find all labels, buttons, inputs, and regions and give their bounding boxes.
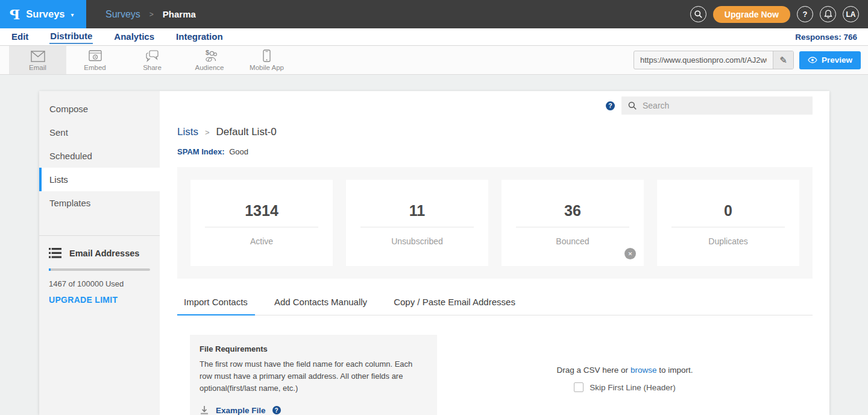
upgrade-now-button[interactable]: Upgrade Now	[713, 6, 790, 23]
edit-url-button[interactable]: ✎	[773, 51, 793, 69]
preview-button-label: Preview	[822, 55, 852, 65]
list-breadcrumb: Lists > Default List-0	[177, 126, 813, 138]
browse-link[interactable]: browse	[631, 366, 657, 375]
tab-import-contacts[interactable]: Import Contacts	[184, 297, 248, 315]
file-requirements-box: File Requirements The first row must hav…	[190, 335, 437, 415]
envelope-icon	[31, 49, 45, 62]
file-requirements-title: File Requirements	[200, 344, 427, 353]
current-list-name: Default List-0	[216, 126, 277, 138]
usage-text: 1467 of 100000 Used	[49, 279, 150, 288]
toolbar-item-mobile-app[interactable]: Mobile App	[238, 46, 295, 74]
toolbar-item-label: Share	[143, 64, 162, 71]
survey-url-area: ✎ Preview	[634, 46, 868, 74]
email-sidebar: Compose Sent Scheduled Lists Templates E…	[39, 91, 160, 415]
sidebar-item-lists[interactable]: Lists	[39, 168, 160, 191]
drop-instruction: Drag a CSV here or browse to import.	[557, 366, 693, 375]
mobile-phone-icon	[263, 49, 271, 62]
search-button[interactable]	[690, 6, 706, 22]
upgrade-limit-link[interactable]: UPGRADE LIMIT	[49, 295, 150, 305]
csv-drop-zone[interactable]: Drag a CSV here or browse to import. Ski…	[437, 335, 813, 415]
sidebar-item-sent[interactable]: Sent	[39, 121, 160, 144]
toolbar-item-email[interactable]: Email	[9, 46, 66, 74]
stat-value: 36	[564, 202, 581, 220]
stat-divider	[360, 227, 474, 227]
import-contacts-panel: File Requirements The first row must hav…	[177, 335, 813, 415]
skip-first-line-checkbox[interactable]	[574, 382, 583, 392]
tab-edit[interactable]: Edit	[11, 30, 29, 43]
stat-divider	[205, 227, 318, 227]
survey-nav: Edit Distribute Analytics Integration Re…	[0, 28, 868, 46]
notifications-button[interactable]	[820, 6, 836, 22]
tab-copy-paste-email-addresses[interactable]: Copy / Paste Email Addresses	[394, 297, 515, 315]
responses-count[interactable]: Responses: 766	[795, 33, 857, 42]
tab-integration[interactable]: Integration	[175, 30, 224, 43]
toolbar-item-share[interactable]: Share	[124, 46, 181, 74]
stat-card-unsubscribed[interactable]: 11 Unsubscribed	[346, 180, 488, 266]
contact-search-input[interactable]	[641, 100, 806, 111]
product-switcher[interactable]: P Surveys ▾	[0, 0, 86, 28]
stat-card-bounced[interactable]: 36 Bounced ✕	[502, 180, 644, 266]
tab-analytics[interactable]: Analytics	[113, 30, 155, 43]
spam-index-label[interactable]: SPAM Index:	[177, 147, 225, 156]
skip-first-line-row: Skip First Line (Header)	[574, 382, 676, 392]
stat-value: 11	[409, 202, 425, 220]
sidebar-item-templates[interactable]: Templates	[39, 191, 160, 215]
help-button[interactable]: ?	[797, 6, 813, 22]
stat-label: Duplicates	[708, 236, 747, 246]
embed-window-icon	[89, 49, 102, 62]
sidebar-item-scheduled[interactable]: Scheduled	[39, 144, 160, 168]
avatar-initials: LA	[846, 10, 856, 19]
lists-card: Compose Sent Scheduled Lists Templates E…	[39, 91, 829, 415]
breadcrumb-surveys-link[interactable]: Surveys	[105, 9, 140, 20]
avatar[interactable]: LA	[843, 6, 859, 22]
email-addresses-section: Email Addresses 1467 of 100000 Used UPGR…	[39, 236, 160, 305]
usage-progress-bar	[49, 268, 150, 271]
survey-url-input[interactable]	[634, 55, 773, 65]
stat-divider	[671, 227, 785, 227]
contact-search-box	[621, 97, 813, 115]
toolbar-item-audience[interactable]: $ Audience	[181, 46, 238, 74]
header-actions: Upgrade Now ? LA	[690, 6, 868, 23]
x-circle-icon: ✕	[628, 251, 633, 257]
stat-value: 1314	[245, 202, 278, 220]
stat-label: Unsubscribed	[391, 236, 443, 246]
toolbar-item-label: Email	[29, 64, 46, 71]
audience-icon: $	[202, 49, 218, 62]
search-icon	[694, 10, 702, 18]
stat-card-duplicates[interactable]: 0 Duplicates	[657, 180, 799, 266]
share-bubbles-icon	[145, 49, 160, 62]
help-icon[interactable]: ?	[606, 101, 615, 110]
content-top-row: ?	[177, 97, 813, 115]
contact-tabs: Import Contacts Add Contacts Manually Co…	[177, 297, 813, 315]
spam-index-row: SPAM Index: Good	[177, 147, 813, 156]
breadcrumb: Surveys > Pharma	[105, 9, 196, 20]
email-addresses-header: Email Addresses	[49, 248, 150, 258]
skip-first-line-label: Skip First Line (Header)	[590, 383, 676, 392]
stat-card-active[interactable]: 1314 Active	[190, 180, 333, 266]
lists-link[interactable]: Lists	[177, 126, 198, 138]
list-stats-panel: 1314 Active 11 Unsubscribed 36 Bounced ✕…	[177, 167, 813, 279]
list-detail-content: ? Lists > Default List-0 SPAM Index: Goo…	[160, 91, 830, 415]
pencil-icon: ✎	[779, 55, 787, 66]
example-file-link[interactable]: Example File	[216, 406, 266, 415]
drop-text-before: Drag a CSV here or	[557, 366, 631, 375]
app-header: P Surveys ▾ Surveys > Pharma Upgrade Now…	[0, 0, 868, 28]
usage-progress-fill	[49, 268, 51, 271]
tab-distribute[interactable]: Distribute	[49, 30, 93, 44]
stat-label: Bounced	[556, 236, 589, 246]
email-addresses-title: Email Addresses	[69, 249, 139, 258]
chevron-down-icon: ▾	[71, 11, 74, 18]
survey-url-field: ✎	[634, 51, 794, 69]
tab-add-contacts-manually[interactable]: Add Contacts Manually	[274, 297, 367, 315]
toolbar-item-label: Embed	[84, 64, 105, 71]
stat-label: Active	[250, 236, 273, 246]
toolbar-item-embed[interactable]: Embed	[66, 46, 124, 74]
page-background: Compose Sent Scheduled Lists Templates E…	[0, 75, 868, 415]
preview-button[interactable]: Preview	[799, 51, 861, 69]
clear-bounced-button[interactable]: ✕	[624, 248, 636, 259]
sidebar-item-compose[interactable]: Compose	[39, 97, 160, 121]
eye-icon	[808, 57, 817, 63]
example-file-help-icon[interactable]: ?	[272, 406, 281, 414]
distribute-toolbar: Email Embed Share $ Audience Mobile App …	[0, 46, 868, 75]
search-icon	[628, 101, 637, 110]
